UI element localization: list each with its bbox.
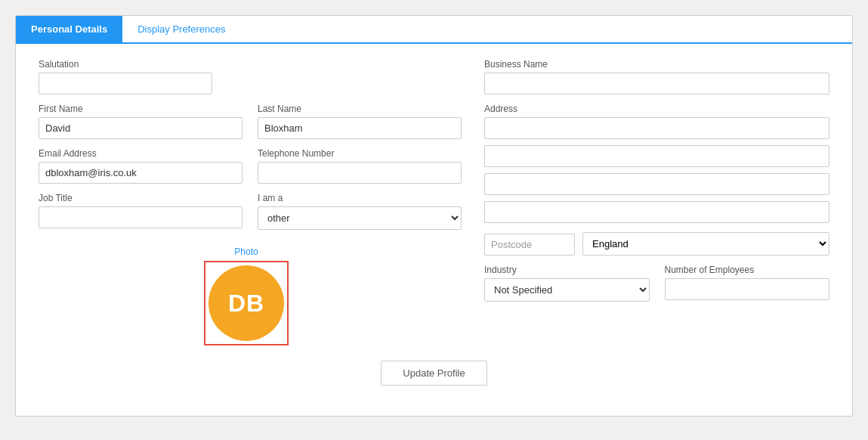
- telephone-input[interactable]: [258, 162, 462, 184]
- form-right: Business Name Address: [484, 59, 829, 345]
- i-am-a-group: I am a other Manager Director Employee C…: [258, 193, 462, 230]
- num-employees-group: Number of Employees: [665, 265, 830, 302]
- job-iama-row: Job Title I am a other Manager Director …: [39, 193, 462, 239]
- salutation-input[interactable]: [39, 73, 212, 95]
- num-employees-label: Number of Employees: [665, 265, 830, 275]
- business-name-group: Business Name: [484, 59, 829, 95]
- update-btn-row: Update Profile: [39, 361, 829, 401]
- tab-display-preferences[interactable]: Display Preferences: [122, 16, 240, 42]
- form-left: Salutation First Name Last Name: [39, 59, 462, 345]
- last-name-group: Last Name: [258, 104, 462, 139]
- email-label: Email Address: [39, 148, 242, 159]
- avatar: DB: [209, 265, 284, 341]
- address-label: Address: [484, 104, 829, 114]
- i-am-a-label: I am a: [258, 193, 462, 203]
- email-group: Email Address: [39, 148, 242, 184]
- tabs-bar: Personal Details Display Preferences: [16, 16, 852, 44]
- address-line1-input[interactable]: [484, 117, 829, 139]
- industry-label: Industry: [484, 265, 650, 275]
- num-employees-input[interactable]: [665, 278, 830, 300]
- address-line4-input[interactable]: [484, 201, 829, 223]
- address-line2-input[interactable]: [484, 145, 829, 167]
- i-am-a-select[interactable]: other Manager Director Employee Consulta…: [258, 206, 462, 230]
- salutation-label: Salutation: [39, 59, 462, 70]
- first-name-label: First Name: [39, 104, 242, 114]
- photo-section: Photo DB: [197, 246, 295, 345]
- last-name-label: Last Name: [258, 104, 462, 114]
- address-line3-wrapper: [484, 173, 829, 195]
- main-container: Personal Details Display Preferences Sal…: [15, 15, 853, 417]
- last-name-input[interactable]: [258, 117, 462, 139]
- address-group: Address: [484, 104, 829, 223]
- country-select[interactable]: England Scotland Wales Northern Ireland: [582, 232, 829, 256]
- business-name-input[interactable]: [484, 73, 829, 95]
- job-title-input[interactable]: [39, 206, 242, 228]
- job-title-group: Job Title: [39, 193, 242, 230]
- form-area: Salutation First Name Last Name: [16, 44, 852, 416]
- industry-group: Industry Not Specified Technology Financ…: [484, 265, 650, 302]
- tab-personal-details[interactable]: Personal Details: [16, 16, 122, 42]
- address-line1-wrapper: [484, 117, 829, 139]
- salutation-group: Salutation: [39, 59, 462, 95]
- photo-label: Photo: [234, 246, 258, 257]
- address-line4-wrapper: [484, 201, 829, 223]
- telephone-label: Telephone Number: [258, 148, 462, 159]
- postcode-input[interactable]: [484, 234, 575, 256]
- update-profile-button[interactable]: Update Profile: [381, 361, 487, 386]
- email-input[interactable]: [39, 162, 242, 184]
- avatar-initials: DB: [228, 290, 264, 318]
- postcode-country-row: England Scotland Wales Northern Ireland: [484, 232, 829, 256]
- name-row: First Name Last Name: [39, 104, 462, 148]
- industry-employees-row: Industry Not Specified Technology Financ…: [484, 265, 829, 311]
- first-name-group: First Name: [39, 104, 242, 139]
- job-title-label: Job Title: [39, 193, 242, 203]
- business-name-label: Business Name: [484, 59, 829, 70]
- email-tel-row: Email Address Telephone Number: [39, 148, 462, 193]
- industry-select[interactable]: Not Specified Technology Finance Healthc…: [484, 278, 650, 302]
- first-name-input[interactable]: [39, 117, 242, 139]
- telephone-group: Telephone Number: [258, 148, 462, 184]
- address-line2-wrapper: [484, 145, 829, 167]
- address-line3-input[interactable]: [484, 173, 829, 195]
- photo-border[interactable]: DB: [204, 261, 289, 345]
- form-columns: Salutation First Name Last Name: [39, 59, 829, 345]
